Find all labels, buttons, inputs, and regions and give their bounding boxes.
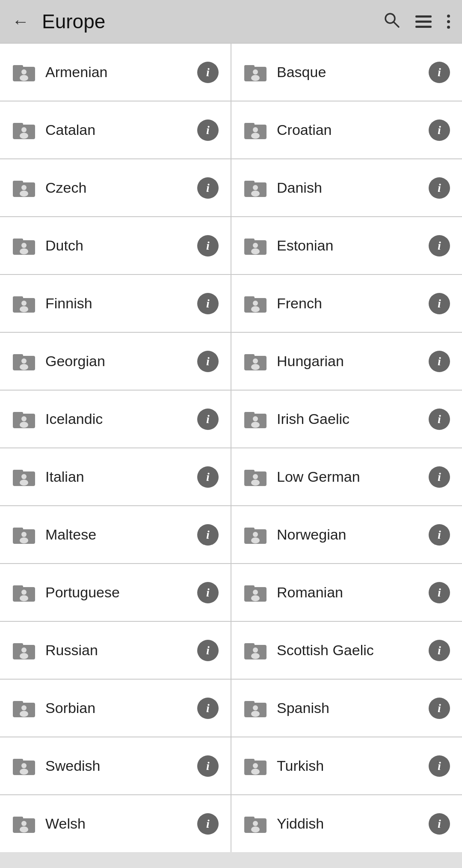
language-item[interactable]: Irish Gaelic i [231, 391, 462, 447]
language-item[interactable]: Dutch i [0, 217, 231, 274]
list-view-icon[interactable] [415, 15, 432, 28]
info-button[interactable]: i [429, 813, 450, 835]
language-item[interactable]: Sorbian i [0, 680, 231, 737]
svg-point-28 [21, 243, 27, 248]
info-button[interactable]: i [429, 640, 450, 661]
info-button[interactable]: i [429, 177, 450, 199]
language-item[interactable]: Finnish i [0, 275, 231, 332]
info-button[interactable]: i [429, 698, 450, 719]
language-item[interactable]: Spanish i [231, 680, 462, 737]
language-item[interactable]: Low German i [231, 448, 462, 505]
header-icons [383, 11, 450, 32]
svg-point-24 [253, 185, 258, 190]
language-name: Yiddish [277, 815, 429, 832]
language-item[interactable]: Icelandic i [0, 391, 231, 447]
language-item[interactable]: Basque i [231, 44, 462, 101]
svg-point-5 [20, 75, 28, 81]
language-item[interactable]: French i [231, 275, 462, 332]
language-item[interactable]: Armenian i [0, 44, 231, 101]
language-item[interactable]: Danish i [231, 159, 462, 216]
info-button[interactable]: i [429, 582, 450, 603]
svg-point-56 [253, 416, 258, 421]
info-button[interactable]: i [429, 466, 450, 488]
language-item[interactable]: Scottish Gaelic i [231, 622, 462, 679]
language-item[interactable]: Catalan i [0, 101, 231, 158]
language-name: Maltese [45, 526, 197, 543]
info-button[interactable]: i [197, 177, 219, 199]
language-name: Portuguese [45, 584, 197, 601]
svg-rect-107 [13, 817, 23, 821]
language-name: Irish Gaelic [277, 411, 429, 427]
svg-rect-103 [244, 759, 255, 763]
svg-line-1 [394, 22, 399, 27]
svg-rect-7 [244, 65, 255, 69]
folder-icon [12, 234, 45, 257]
info-button[interactable]: i [197, 235, 219, 257]
svg-point-65 [251, 480, 260, 486]
info-button[interactable]: i [197, 640, 219, 661]
info-button[interactable]: i [197, 582, 219, 603]
svg-rect-23 [244, 181, 255, 185]
folder-icon [12, 61, 45, 84]
svg-point-37 [20, 306, 28, 312]
info-button[interactable]: i [197, 293, 219, 314]
svg-point-45 [20, 364, 28, 370]
info-button[interactable]: i [429, 119, 450, 141]
info-button[interactable]: i [429, 755, 450, 777]
info-button[interactable]: i [429, 409, 450, 430]
info-button[interactable]: i [429, 235, 450, 257]
info-button[interactable]: i [429, 351, 450, 372]
svg-rect-55 [244, 412, 255, 416]
language-item[interactable]: Russian i [0, 622, 231, 679]
svg-point-96 [253, 705, 258, 710]
info-button[interactable]: i [197, 409, 219, 430]
language-item[interactable]: Swedish i [0, 737, 231, 794]
folder-icon [12, 523, 45, 546]
language-item[interactable]: Turkish i [231, 737, 462, 794]
language-item[interactable]: Norwegian i [231, 506, 462, 563]
language-item[interactable]: Croatian i [231, 101, 462, 158]
info-button[interactable]: i [429, 293, 450, 314]
back-button[interactable]: ← [12, 12, 29, 31]
folder-icon [243, 523, 277, 546]
info-button[interactable]: i [197, 62, 219, 83]
svg-point-17 [251, 133, 260, 139]
svg-rect-71 [244, 528, 255, 532]
svg-rect-47 [244, 354, 255, 358]
language-item[interactable]: Georgian i [0, 333, 231, 390]
language-item[interactable]: Welsh i [0, 795, 231, 852]
folder-icon [243, 234, 277, 257]
folder-icon [12, 350, 45, 373]
language-name: Estonian [277, 237, 429, 254]
info-button[interactable]: i [197, 524, 219, 546]
info-button[interactable]: i [197, 698, 219, 719]
svg-rect-79 [244, 585, 255, 590]
language-grid: Armenian i Basque i Catalan i [0, 43, 462, 852]
search-icon[interactable] [383, 11, 400, 32]
folder-icon [12, 812, 45, 835]
svg-rect-39 [244, 296, 255, 301]
language-item[interactable]: Portuguese i [0, 564, 231, 621]
info-button[interactable]: i [197, 351, 219, 372]
info-button[interactable]: i [429, 524, 450, 546]
language-item[interactable]: Romanian i [231, 564, 462, 621]
info-button[interactable]: i [429, 62, 450, 83]
language-item[interactable]: Estonian i [231, 217, 462, 274]
language-item[interactable]: Czech i [0, 159, 231, 216]
info-button[interactable]: i [197, 466, 219, 488]
svg-point-81 [251, 595, 260, 601]
language-item[interactable]: Maltese i [0, 506, 231, 563]
language-name: Hungarian [277, 353, 429, 370]
svg-point-53 [20, 422, 28, 428]
language-item[interactable]: Hungarian i [231, 333, 462, 390]
svg-point-9 [251, 75, 260, 81]
info-button[interactable]: i [197, 755, 219, 777]
info-button[interactable]: i [197, 813, 219, 835]
svg-rect-27 [13, 239, 23, 243]
more-options-icon[interactable] [447, 15, 450, 29]
language-name: Dutch [45, 237, 197, 254]
info-button[interactable]: i [197, 119, 219, 141]
folder-icon [12, 581, 45, 604]
language-item[interactable]: Yiddish i [231, 795, 462, 852]
language-item[interactable]: Italian i [0, 448, 231, 505]
